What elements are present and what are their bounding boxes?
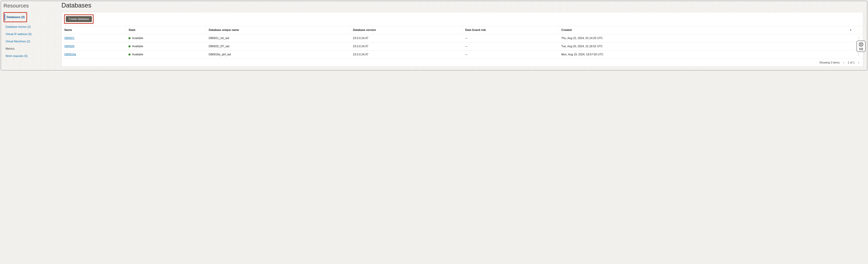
app-frame: Resources Databases (3) Database homes (… <box>1 1 867 70</box>
help-widget[interactable] <box>857 41 866 52</box>
sidebar-item-database-homes[interactable]: Database homes (2) <box>3 24 58 30</box>
drag-handle-icon[interactable] <box>859 48 863 50</box>
databases-table: Name State Database unique name Database… <box>62 26 863 59</box>
sidebar: Resources Databases (3) Database homes (… <box>1 1 58 70</box>
th-created-label: Created <box>561 29 572 32</box>
table-header: Name State Database unique name Database… <box>62 26 863 34</box>
svg-line-5 <box>862 45 863 46</box>
sidebar-item-metrics[interactable]: Metrics <box>3 45 58 52</box>
created-cell: Thu, Aug 22, 2024, 01:14:25 UTC <box>558 34 855 42</box>
next-page-button[interactable]: › <box>857 60 860 65</box>
th-actions <box>855 26 863 34</box>
state-label: Available <box>132 37 143 40</box>
sidebar-nav: Databases (3) Database homes (2) Virtual… <box>3 12 58 59</box>
panel-footer: Showing 3 items ‹ 1 of 1 › <box>62 59 863 66</box>
status-dot-icon <box>128 37 130 39</box>
panel-toolbar: Create database <box>62 12 863 26</box>
db-name-link[interactable]: DB0819a <box>64 53 76 56</box>
state-label: Available <box>132 45 143 48</box>
svg-line-3 <box>862 43 863 44</box>
sidebar-item-databases[interactable]: Databases (3) <box>4 14 26 21</box>
db-name-link[interactable]: DB0821 <box>64 37 74 40</box>
databases-panel: Create database Name State Database uniq… <box>61 12 863 67</box>
life-ring-icon <box>859 42 864 47</box>
unique-name-cell: DB0819a_qhf_iad <box>206 51 350 59</box>
create-db-highlight-box: Create database <box>64 14 94 24</box>
sidebar-item-label: Databases (3) <box>7 15 25 19</box>
created-cell: Mon, Aug 19, 2024, 19:57:50 UTC <box>558 51 855 59</box>
unique-name-cell: DB0821_ckt_iad <box>206 34 350 42</box>
svg-line-4 <box>860 45 860 46</box>
version-cell: 23.5.0.24.07 <box>350 42 462 51</box>
sidebar-item-virtual-ip[interactable]: Virtual IP address (0) <box>3 31 58 37</box>
version-cell: 23.5.0.24.07 <box>350 51 462 59</box>
state-cell: Available <box>128 37 203 40</box>
th-created[interactable]: Created ▼ <box>558 26 855 34</box>
sidebar-item-work-requests[interactable]: Work requests (5) <box>3 53 58 59</box>
sidebar-item-label: Database homes (2) <box>5 25 31 28</box>
th-version[interactable]: Database version <box>350 26 462 34</box>
state-cell: Available <box>128 53 203 56</box>
sort-desc-icon: ▼ <box>850 29 852 31</box>
th-state[interactable]: State <box>126 26 206 34</box>
status-dot-icon <box>128 54 130 56</box>
create-database-button[interactable]: Create database <box>66 16 92 22</box>
main-content: Databases Create database Name State Dat… <box>58 1 867 70</box>
created-cell: Tue, Aug 20, 2024, 21:18:52 UTC <box>558 42 855 51</box>
status-dot-icon <box>128 45 130 47</box>
th-role[interactable]: Data Guard role <box>462 26 558 34</box>
state-label: Available <box>132 53 143 56</box>
prev-page-button[interactable]: ‹ <box>842 60 845 65</box>
role-cell: — <box>462 34 558 42</box>
unique-name-cell: DB0820_2f7_iad <box>206 42 350 51</box>
role-cell: — <box>462 51 558 59</box>
page-indicator: 1 of 1 <box>848 61 855 64</box>
page-title: Databases <box>61 2 863 9</box>
table-row: DB0820AvailableDB0820_2f7_iad23.5.0.24.0… <box>62 42 863 51</box>
footer-summary: Showing 3 items <box>819 61 840 64</box>
version-cell: 23.5.0.24.07 <box>350 34 462 42</box>
role-cell: — <box>462 42 558 51</box>
th-unique-name[interactable]: Database unique name <box>206 26 350 34</box>
state-cell: Available <box>128 45 203 48</box>
sidebar-item-label: Metrics <box>5 47 14 50</box>
sidebar-item-highlight-box: Databases (3) <box>3 12 27 22</box>
db-name-link[interactable]: DB0820 <box>64 45 74 48</box>
svg-line-2 <box>860 43 860 44</box>
table-body: DB0821AvailableDB0821_ckt_iad23.5.0.24.0… <box>62 34 863 59</box>
sidebar-item-virtual-machines[interactable]: Virtual Machines (2) <box>3 38 58 45</box>
table-row: DB0821AvailableDB0821_ckt_iad23.5.0.24.0… <box>62 34 863 42</box>
sidebar-item-label: Virtual IP address (0) <box>5 33 32 36</box>
sidebar-item-label: Work requests (5) <box>5 55 28 58</box>
th-name[interactable]: Name <box>62 26 126 34</box>
svg-point-1 <box>860 43 862 45</box>
sidebar-title: Resources <box>3 3 58 9</box>
sidebar-item-label: Virtual Machines (2) <box>5 40 30 43</box>
table-row: DB0819aAvailableDB0819a_qhf_iad23.5.0.24… <box>62 51 863 59</box>
